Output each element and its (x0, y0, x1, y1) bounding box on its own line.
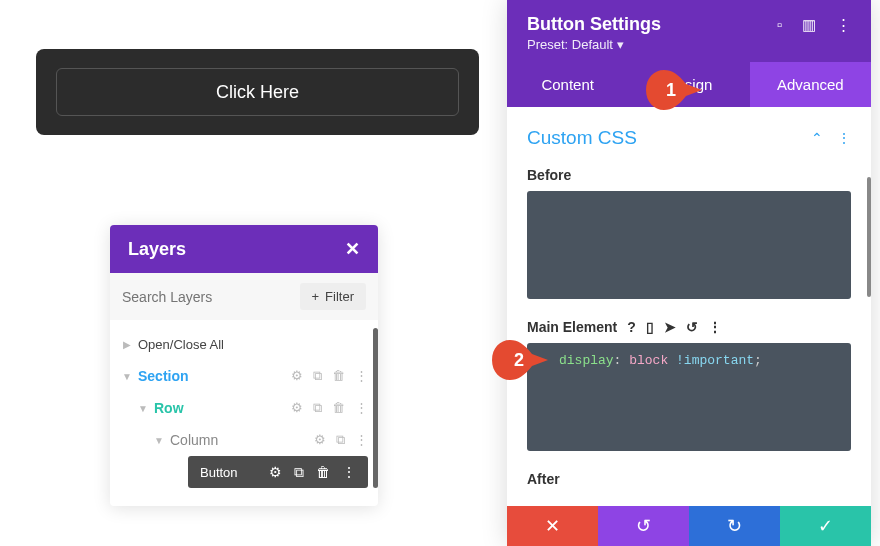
settings-header: Button Settings ▫ ▥ ⋮ Preset: Default ▾ (507, 0, 871, 62)
more-icon[interactable]: ⋮ (836, 16, 851, 34)
before-label: Before (527, 167, 851, 183)
gear-icon[interactable]: ⚙ (291, 368, 303, 384)
duplicate-icon[interactable]: ⧉ (313, 368, 322, 384)
reset-icon[interactable]: ↺ (686, 319, 698, 335)
hover-icon[interactable]: ➤ (664, 319, 676, 335)
help-icon[interactable]: ? (627, 319, 636, 335)
settings-body: Custom CSS ⌃ ⋮ Before Main Element ? ▯ ➤… (507, 107, 871, 506)
gear-icon[interactable]: ⚙ (314, 432, 326, 448)
custom-css-section-header[interactable]: Custom CSS ⌃ ⋮ (527, 127, 851, 149)
trash-icon[interactable]: 🗑 (332, 400, 345, 416)
settings-footer: ✕ ↺ ↻ ✓ (507, 506, 871, 546)
filter-label: Filter (325, 289, 354, 304)
button-preview-container: Click Here (36, 49, 479, 135)
layers-body: ▶ Open/Close All ▼ Section ⚙ ⧉ 🗑 ⋮ ▼ Row… (110, 320, 378, 506)
preset-dropdown[interactable]: Preset: Default ▾ (527, 37, 851, 52)
chevron-down-icon: ▼ (152, 435, 166, 446)
preview-button-label: Click Here (216, 82, 299, 103)
layer-section[interactable]: ▼ Section ⚙ ⧉ 🗑 ⋮ (120, 360, 368, 392)
tab-content[interactable]: Content (507, 62, 628, 107)
duplicate-icon[interactable]: ⧉ (313, 400, 322, 416)
duplicate-icon[interactable]: ⧉ (294, 464, 304, 481)
settings-title: Button Settings (527, 14, 661, 35)
layer-button[interactable]: Button ⚙ ⧉ 🗑 ⋮ (188, 456, 368, 488)
focus-icon[interactable]: ▫ (777, 16, 782, 34)
settings-scrollbar[interactable] (867, 177, 871, 297)
tab-advanced[interactable]: Advanced (750, 62, 871, 107)
more-icon[interactable]: ⋮ (355, 400, 368, 416)
custom-css-title: Custom CSS (527, 127, 637, 149)
gear-icon[interactable]: ⚙ (269, 464, 282, 481)
duplicate-icon[interactable]: ⧉ (336, 432, 345, 448)
chevron-up-icon[interactable]: ⌃ (811, 130, 823, 146)
layers-search-input[interactable] (122, 289, 300, 305)
layer-column[interactable]: ▼ Column ⚙ ⧉ ⋮ (152, 424, 368, 456)
trash-icon[interactable]: 🗑 (332, 368, 345, 384)
annotation-2: 2 (492, 340, 546, 380)
chevron-down-icon: ▼ (136, 403, 150, 414)
layers-scrollbar[interactable] (373, 328, 378, 488)
more-icon[interactable]: ⋮ (355, 432, 368, 448)
layer-row[interactable]: ▼ Row ⚙ ⧉ 🗑 ⋮ (136, 392, 368, 424)
annotation-1: 1 (646, 70, 696, 110)
chevron-right-icon: ▶ (120, 339, 134, 350)
open-close-all[interactable]: ▶ Open/Close All (120, 328, 368, 360)
preview-button[interactable]: Click Here (56, 68, 459, 116)
filter-button[interactable]: + Filter (300, 283, 366, 310)
layers-header: Layers ✕ (110, 225, 378, 273)
device-icon[interactable]: ▯ (646, 319, 654, 335)
layers-panel: Layers ✕ + Filter ▶ Open/Close All ▼ Sec… (110, 225, 378, 506)
expand-icon[interactable]: ▥ (802, 16, 816, 34)
more-icon[interactable]: ⋮ (837, 130, 851, 146)
layers-search-row: + Filter (110, 273, 378, 320)
main-element-label: Main Element ? ▯ ➤ ↺ ⋮ (527, 319, 851, 335)
more-icon[interactable]: ⋮ (708, 319, 722, 335)
trash-icon[interactable]: 🗑 (316, 464, 330, 481)
close-icon[interactable]: ✕ (345, 238, 360, 260)
save-button[interactable]: ✓ (780, 506, 871, 546)
layers-title: Layers (128, 239, 186, 260)
gear-icon[interactable]: ⚙ (291, 400, 303, 416)
before-code-input[interactable] (527, 191, 851, 299)
code-line: display: block !important; (537, 353, 841, 368)
more-icon[interactable]: ⋮ (342, 464, 356, 481)
more-icon[interactable]: ⋮ (355, 368, 368, 384)
undo-button[interactable]: ↺ (598, 506, 689, 546)
main-element-code-input[interactable]: display: block !important; (527, 343, 851, 451)
after-label: After (527, 471, 851, 487)
plus-icon: + (312, 289, 320, 304)
redo-button[interactable]: ↻ (689, 506, 780, 546)
cancel-button[interactable]: ✕ (507, 506, 598, 546)
chevron-down-icon: ▼ (120, 371, 134, 382)
